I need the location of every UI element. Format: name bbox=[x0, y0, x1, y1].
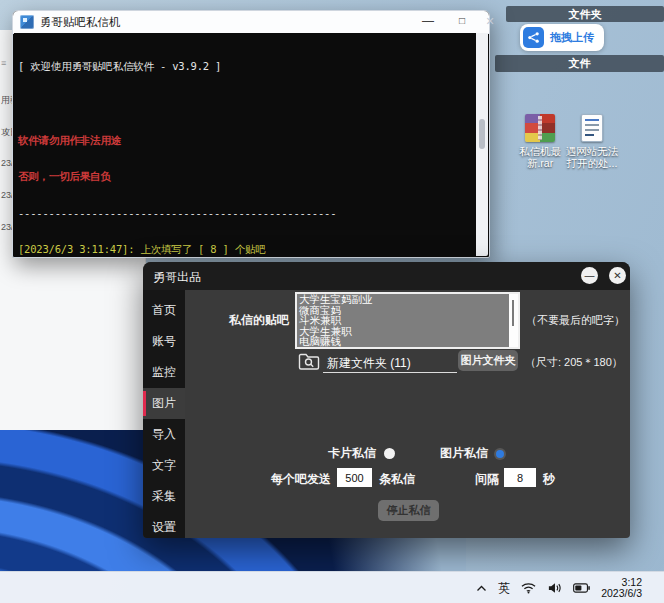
taskbar-clock[interactable]: 3:12 2023/6/3 bbox=[601, 577, 642, 600]
share-nodes-icon bbox=[523, 27, 544, 48]
image-folder-button[interactable]: 图片文件夹 bbox=[458, 350, 518, 371]
radio-dot-unselected[interactable] bbox=[384, 448, 395, 459]
message-mode-row: 卡片私信 图片私信 bbox=[185, 445, 630, 461]
app-main-panel: 私信的贴吧 大学生宝妈副业 微商宝妈 斗米兼职 大学生兼职 电脑赚钱 （不要最后… bbox=[185, 290, 630, 538]
card-message-label: 卡片私信 bbox=[328, 445, 376, 462]
sidebar-item-label: 文字 bbox=[152, 457, 176, 474]
sidebar-item-account[interactable]: 账号 bbox=[143, 326, 185, 357]
sidebar-item-import[interactable]: 导入 bbox=[143, 419, 185, 450]
desktop: ≡ 用教 攻日 23/ 23/ 23/ 文件夹 拖拽上传 文件 私信机最 新.r… bbox=[0, 0, 664, 603]
interval-input[interactable] bbox=[504, 468, 536, 487]
console-window: 勇哥贴吧私信机 — □ ✕ [ 欢迎使用勇哥贴吧私信软件 - v3.9.2 ] … bbox=[12, 10, 490, 258]
app-minimize-button[interactable]: — bbox=[581, 267, 598, 284]
drag-upload-button[interactable]: 拖拽上传 bbox=[520, 24, 604, 51]
console-scrollbar-thumb[interactable] bbox=[479, 119, 485, 149]
console-line: [2023/6/3 3:11:47]: 上次填写了 [ 8 ] 个贴吧 bbox=[18, 243, 474, 255]
desktop-icon-doc[interactable]: 遇网站无法 打开的处... bbox=[563, 114, 621, 169]
wifi-icon[interactable] bbox=[521, 582, 536, 594]
folder-search-icon bbox=[298, 352, 321, 375]
sidebar-item-label: 图片 bbox=[152, 395, 176, 412]
console-titlebar[interactable]: 勇哥贴吧私信机 — □ ✕ bbox=[13, 11, 489, 34]
document-icon bbox=[581, 114, 603, 142]
desktop-icon-label: 遇网站无法 打开的处... bbox=[563, 145, 621, 169]
clock-date: 2023/6/3 bbox=[601, 587, 642, 599]
input-language-indicator[interactable]: 英 bbox=[498, 580, 510, 597]
send-count-suffix: 条私信 bbox=[379, 471, 415, 488]
sidebar-item-label: 导入 bbox=[152, 426, 176, 443]
drag-upload-label: 拖拽上传 bbox=[550, 30, 594, 45]
console-line: [ 欢迎使用勇哥贴吧私信软件 - v3.9.2 ] bbox=[18, 60, 474, 72]
sidebar-item-text[interactable]: 文字 bbox=[143, 450, 185, 481]
sidebar-item-label: 设置 bbox=[152, 519, 176, 536]
stop-message-button[interactable]: 停止私信 bbox=[378, 500, 439, 521]
sidebar-item-label: 账号 bbox=[152, 333, 176, 350]
send-count-input[interactable] bbox=[337, 468, 372, 487]
folders-section-header: 文件夹 bbox=[506, 6, 664, 22]
sidebar-item-images[interactable]: 图片 bbox=[143, 388, 185, 419]
console-minimize-button[interactable]: — bbox=[415, 11, 441, 32]
image-message-radio[interactable]: 图片私信 bbox=[440, 445, 504, 462]
sidebar-item-label: 首页 bbox=[152, 302, 176, 319]
folders-section-title: 文件夹 bbox=[569, 7, 602, 22]
clock-time: 3:12 bbox=[622, 576, 642, 588]
sidebar-item-collect[interactable]: 采集 bbox=[143, 481, 185, 512]
interval-label: 间隔 bbox=[475, 471, 499, 488]
app-titlebar[interactable]: 勇哥出品 — ✕ bbox=[143, 262, 630, 290]
sidebar-item-home[interactable]: 首页 bbox=[143, 295, 185, 326]
console-title: 勇哥贴吧私信机 bbox=[40, 15, 121, 30]
desktop-icon-label: 私信机最 新.rar bbox=[511, 145, 569, 169]
volume-icon[interactable] bbox=[547, 582, 562, 594]
app-sidebar: 首页 账号 监控 图片 导入 文字 采集 设置 bbox=[143, 290, 185, 538]
console-line: 否则，一切后果自负 bbox=[18, 170, 474, 182]
sidebar-item-settings[interactable]: 设置 bbox=[143, 512, 185, 543]
taskbar: 英 3:12 2023/6/3 2 bbox=[0, 571, 664, 603]
tieba-entry: 大学生宝妈副业 bbox=[297, 294, 518, 305]
console-line: 软件请勿用作非法用途 bbox=[18, 134, 474, 146]
active-accent-bar bbox=[143, 391, 146, 416]
textarea-scrollbar[interactable] bbox=[509, 294, 518, 347]
sidebar-item-label: 监控 bbox=[152, 364, 176, 381]
console-output: [ 欢迎使用勇哥贴吧私信软件 - v3.9.2 ] 软件请勿用作非法用途 否则，… bbox=[14, 33, 476, 256]
system-tray: 英 3:12 2023/6/3 bbox=[476, 572, 642, 603]
sidebar-item-label: 采集 bbox=[152, 488, 176, 505]
console-line bbox=[18, 97, 474, 109]
send-settings-row: 每个吧发送 条私信 间隔 秒 bbox=[185, 468, 630, 490]
console-maximize-button[interactable]: □ bbox=[449, 11, 475, 32]
desktop-icon-rar[interactable]: 私信机最 新.rar bbox=[511, 114, 569, 169]
tieba-list-label: 私信的贴吧 bbox=[229, 312, 289, 329]
interval-unit: 秒 bbox=[543, 471, 555, 488]
console-close-button[interactable]: ✕ bbox=[477, 11, 503, 32]
tieba-hint-text: （不要最后的吧字） bbox=[526, 313, 625, 328]
image-folder-name[interactable]: 新建文件夹 (11) bbox=[327, 355, 411, 372]
background-text-fragment: ≡ bbox=[1, 58, 6, 68]
rar-zipper bbox=[538, 116, 542, 140]
app-close-button[interactable]: ✕ bbox=[609, 267, 626, 284]
console-line: ----------------------------------------… bbox=[18, 207, 474, 219]
winrar-archive-icon bbox=[525, 114, 555, 142]
send-count-prefix: 每个吧发送 bbox=[271, 471, 331, 488]
app-title: 勇哥出品 bbox=[153, 269, 201, 286]
tieba-entry: 电脑赚钱 bbox=[297, 336, 518, 347]
tray-chevron-up-icon[interactable] bbox=[476, 585, 487, 592]
app-window: 勇哥出品 — ✕ 首页 账号 监控 图片 导入 文字 采集 设置 私信的贴吧 大… bbox=[143, 262, 630, 538]
image-message-label: 图片私信 bbox=[440, 445, 488, 462]
console-app-icon bbox=[20, 15, 34, 29]
folder-name-underline bbox=[323, 372, 457, 373]
tieba-list-textarea[interactable]: 大学生宝妈副业 微商宝妈 斗米兼职 大学生兼职 电脑赚钱 bbox=[295, 292, 520, 349]
battery-icon[interactable] bbox=[573, 583, 590, 593]
textarea-scrollbar-thumb[interactable] bbox=[512, 300, 514, 326]
sidebar-item-monitor[interactable]: 监控 bbox=[143, 357, 185, 388]
card-message-radio[interactable]: 卡片私信 bbox=[328, 445, 395, 462]
image-size-hint: （尺寸: 205＊180） bbox=[525, 355, 623, 370]
console-scrollbar[interactable] bbox=[476, 33, 488, 256]
files-section-title: 文件 bbox=[569, 56, 591, 71]
files-section-header: 文件 bbox=[495, 55, 664, 72]
radio-dot-selected[interactable] bbox=[496, 450, 504, 458]
